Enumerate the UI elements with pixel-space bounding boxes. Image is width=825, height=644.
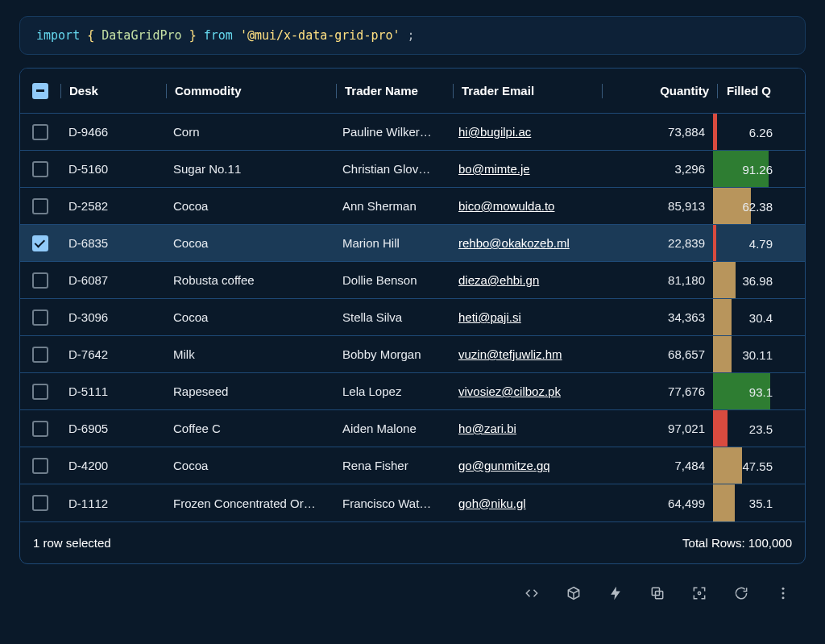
cell-commodity: Sugar No.11 [165, 162, 334, 176]
email-link[interactable]: vuzin@tefjuwliz.hm [458, 347, 562, 361]
bolt-icon[interactable] [606, 584, 625, 603]
table-row[interactable]: D-9466 Corn Pauline Wilker… hi@bugilpi.a… [20, 114, 805, 151]
svg-point-7 [782, 596, 785, 599]
email-link[interactable]: hi@bugilpi.ac [458, 125, 531, 139]
cell-filled: 91.26 [713, 151, 774, 187]
cell-desk: D-6905 [60, 422, 165, 435]
cell-filled: 47.55 [713, 447, 774, 484]
row-checkbox[interactable] [32, 458, 48, 474]
email-link[interactable]: dieza@ehbi.gn [458, 273, 539, 287]
fill-value: 36.98 [742, 273, 773, 287]
email-link[interactable]: ho@zari.bi [458, 422, 516, 435]
row-checkbox-cell [20, 235, 60, 251]
codesandbox-icon[interactable] [564, 584, 583, 603]
table-row[interactable]: D-5111 Rapeseed Lela Lopez vivosiez@cilb… [20, 373, 805, 410]
row-checkbox[interactable] [32, 347, 48, 363]
refresh-icon[interactable] [732, 584, 751, 603]
cell-trader: Ann Sherman [334, 199, 450, 213]
cell-trader: Stella Silva [334, 310, 450, 324]
fill-value: 62.38 [742, 199, 773, 213]
fullscreen-icon[interactable] [690, 584, 709, 603]
row-checkbox[interactable] [32, 310, 48, 326]
cell-trader: Aiden Malone [334, 422, 450, 435]
email-link[interactable]: goh@niku.gl [458, 497, 526, 510]
grid-footer: 1 row selected Total Rows: 100,000 [20, 521, 805, 563]
table-row[interactable]: D-6087 Robusta coffee Dollie Benson diez… [20, 262, 805, 299]
cell-commodity: Rapeseed [165, 384, 334, 398]
cell-commodity: Coffee C [165, 422, 334, 435]
code-import-block: import { DataGridPro } from '@mui/x-data… [19, 16, 806, 55]
row-checkbox[interactable] [32, 421, 48, 437]
code-icon[interactable] [522, 584, 541, 603]
row-checkbox-cell [20, 458, 60, 474]
cell-trader: Lela Lopez [334, 384, 450, 398]
cell-filled: 62.38 [713, 188, 774, 224]
cell-quantity: 34,363 [599, 310, 713, 324]
cell-email: bico@mowulda.to [450, 199, 599, 213]
row-checkbox-cell [20, 161, 60, 177]
cell-email: goh@niku.gl [450, 497, 599, 510]
table-row[interactable]: D-1112 Frozen Concentrated Or… Francisco… [20, 484, 805, 521]
fill-value: 91.26 [742, 162, 773, 176]
row-checkbox[interactable] [32, 272, 48, 289]
col-header-commodity[interactable]: Commodity [167, 84, 336, 98]
cell-desk: D-6835 [60, 236, 165, 250]
row-checkbox[interactable] [32, 124, 48, 140]
fill-bar [713, 447, 742, 484]
row-checkbox[interactable] [32, 495, 48, 511]
email-link[interactable]: go@gunmitze.gq [458, 459, 550, 472]
cell-desk: D-1112 [60, 497, 165, 510]
table-row[interactable]: D-5160 Sugar No.11 Christian Glov… bo@mi… [20, 151, 805, 188]
row-checkbox[interactable] [32, 161, 48, 177]
email-link[interactable]: heti@paji.si [458, 310, 521, 324]
row-checkbox-cell [20, 310, 60, 326]
col-header-desk[interactable]: Desk [61, 84, 166, 98]
brace-close: } [189, 28, 197, 43]
email-link[interactable]: bico@mowulda.to [458, 199, 554, 213]
row-checkbox[interactable] [32, 198, 48, 214]
col-header-trader[interactable]: Trader Name [337, 84, 453, 98]
svg-point-6 [782, 592, 785, 595]
col-header-email[interactable]: Trader Email [454, 84, 602, 98]
fill-bar [713, 114, 717, 150]
fill-value: 47.55 [742, 459, 773, 472]
cell-quantity: 97,021 [599, 422, 713, 435]
col-header-filled[interactable]: Filled Q [718, 84, 779, 98]
fill-bar [713, 262, 736, 298]
cell-email: vivosiez@cilboz.pk [450, 384, 599, 398]
row-checkbox[interactable] [32, 384, 48, 400]
table-row[interactable]: D-4200 Cocoa Rena Fisher go@gunmitze.gq … [20, 447, 805, 484]
email-link[interactable]: vivosiez@cilboz.pk [458, 384, 561, 398]
cell-filled: 30.4 [713, 299, 774, 335]
row-checkbox-cell [20, 272, 60, 289]
fill-value: 93.1 [749, 384, 773, 398]
cell-quantity: 73,884 [599, 125, 713, 139]
total-rows: Total Rows: 100,000 [682, 536, 792, 550]
select-all-checkbox[interactable] [32, 83, 48, 99]
cell-quantity: 85,913 [599, 199, 713, 213]
cell-commodity: Milk [165, 347, 334, 361]
col-header-quantity[interactable]: Quantity [603, 84, 717, 98]
email-link[interactable]: rehbo@okakozeb.ml [458, 236, 570, 250]
email-link[interactable]: bo@mimte.je [458, 162, 530, 176]
table-row[interactable]: D-7642 Milk Bobby Morgan vuzin@tefjuwliz… [20, 336, 805, 373]
kw-import: import [36, 28, 80, 43]
cell-commodity: Corn [165, 125, 334, 139]
row-checkbox-cell [20, 421, 60, 437]
table-row[interactable]: D-3096 Cocoa Stella Silva heti@paji.si 3… [20, 299, 805, 336]
cell-quantity: 64,499 [599, 497, 713, 510]
table-row[interactable]: D-2582 Cocoa Ann Sherman bico@mowulda.to… [20, 188, 805, 225]
cell-quantity: 3,296 [599, 162, 713, 176]
table-row[interactable]: D-6835 Cocoa Marion Hill rehbo@okakozeb.… [20, 225, 805, 262]
cell-commodity: Cocoa [165, 236, 334, 250]
grid-body: D-9466 Corn Pauline Wilker… hi@bugilpi.a… [20, 114, 805, 521]
cell-desk: D-3096 [60, 310, 165, 324]
brace-open: { [87, 28, 94, 43]
table-row[interactable]: D-6905 Coffee C Aiden Malone ho@zari.bi … [20, 410, 805, 447]
cell-desk: D-6087 [60, 273, 165, 287]
cell-quantity: 68,657 [599, 347, 713, 361]
cell-trader: Francisco Wat… [334, 497, 450, 510]
row-checkbox[interactable] [32, 235, 48, 251]
copy-icon[interactable] [648, 584, 667, 603]
more-icon[interactable] [773, 584, 793, 603]
